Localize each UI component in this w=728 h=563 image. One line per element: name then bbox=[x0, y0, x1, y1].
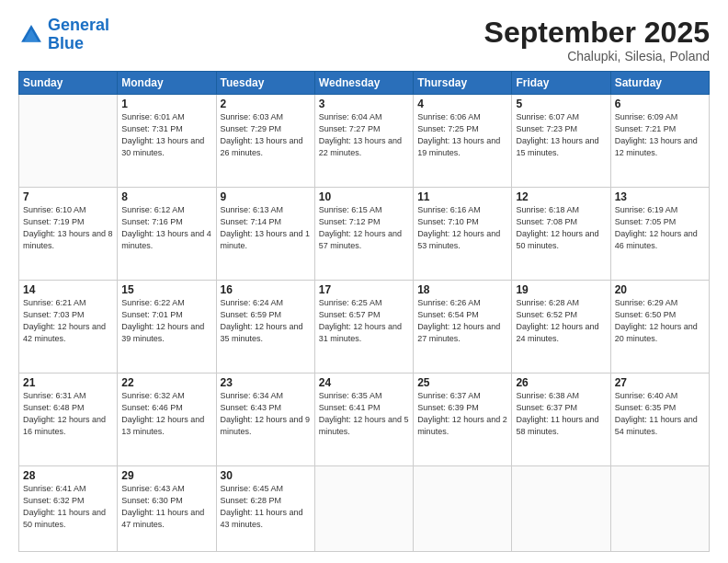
week-row-1: 1 Sunrise: 6:01 AMSunset: 7:31 PMDayligh… bbox=[19, 95, 710, 188]
calendar-cell bbox=[610, 466, 709, 552]
logo-text: General Blue bbox=[48, 17, 109, 53]
day-number: 25 bbox=[417, 376, 507, 389]
calendar-cell: 25 Sunrise: 6:37 AMSunset: 6:39 PMDaylig… bbox=[414, 373, 512, 466]
day-info: Sunrise: 6:41 AMSunset: 6:32 PMDaylight:… bbox=[23, 483, 113, 531]
day-number: 16 bbox=[221, 283, 311, 296]
day-info: Sunrise: 6:28 AMSunset: 6:52 PMDaylight:… bbox=[516, 297, 606, 345]
header-wednesday: Wednesday bbox=[314, 72, 413, 95]
day-number: 4 bbox=[417, 98, 507, 110]
location: Chalupki, Silesia, Poland bbox=[484, 49, 710, 63]
day-info: Sunrise: 6:09 AMSunset: 7:21 PMDaylight:… bbox=[615, 111, 705, 159]
day-number: 6 bbox=[615, 98, 705, 110]
day-number: 9 bbox=[221, 190, 311, 203]
day-info: Sunrise: 6:22 AMSunset: 7:01 PMDaylight:… bbox=[121, 297, 211, 345]
calendar-cell: 9 Sunrise: 6:13 AMSunset: 7:14 PMDayligh… bbox=[216, 188, 314, 281]
calendar-cell bbox=[512, 466, 610, 552]
calendar-cell: 19 Sunrise: 6:28 AMSunset: 6:52 PMDaylig… bbox=[512, 281, 610, 373]
day-number: 24 bbox=[319, 376, 409, 389]
day-info: Sunrise: 6:10 AMSunset: 7:19 PMDaylight:… bbox=[23, 204, 113, 252]
day-number: 11 bbox=[417, 190, 507, 203]
header-sunday: Sunday bbox=[19, 72, 118, 95]
day-info: Sunrise: 6:38 AMSunset: 6:37 PMDaylight:… bbox=[516, 390, 606, 438]
calendar-cell bbox=[19, 95, 118, 188]
calendar-cell: 3 Sunrise: 6:04 AMSunset: 7:27 PMDayligh… bbox=[314, 95, 413, 188]
day-number: 10 bbox=[319, 190, 409, 203]
day-info: Sunrise: 6:21 AMSunset: 7:03 PMDaylight:… bbox=[23, 297, 113, 345]
week-row-2: 7 Sunrise: 6:10 AMSunset: 7:19 PMDayligh… bbox=[19, 188, 710, 281]
calendar-cell: 15 Sunrise: 6:22 AMSunset: 7:01 PMDaylig… bbox=[118, 281, 216, 373]
day-number: 30 bbox=[221, 469, 311, 482]
day-number: 27 bbox=[615, 376, 705, 389]
calendar-cell: 27 Sunrise: 6:40 AMSunset: 6:35 PMDaylig… bbox=[610, 373, 709, 466]
day-number: 26 bbox=[516, 376, 606, 389]
header-friday: Friday bbox=[512, 72, 610, 95]
calendar-cell: 6 Sunrise: 6:09 AMSunset: 7:21 PMDayligh… bbox=[610, 95, 709, 188]
header-thursday: Thursday bbox=[414, 72, 512, 95]
logo: General Blue bbox=[18, 17, 109, 53]
day-info: Sunrise: 6:01 AMSunset: 7:31 PMDaylight:… bbox=[121, 111, 211, 159]
day-info: Sunrise: 6:16 AMSunset: 7:10 PMDaylight:… bbox=[417, 204, 507, 252]
header-tuesday: Tuesday bbox=[216, 72, 314, 95]
calendar-cell: 12 Sunrise: 6:18 AMSunset: 7:08 PMDaylig… bbox=[512, 188, 610, 281]
day-info: Sunrise: 6:26 AMSunset: 6:54 PMDaylight:… bbox=[417, 297, 507, 345]
day-number: 12 bbox=[516, 190, 606, 203]
calendar-cell bbox=[414, 466, 512, 552]
day-number: 13 bbox=[615, 190, 705, 203]
calendar-cell: 17 Sunrise: 6:25 AMSunset: 6:57 PMDaylig… bbox=[314, 281, 413, 373]
calendar-cell: 22 Sunrise: 6:32 AMSunset: 6:46 PMDaylig… bbox=[118, 373, 216, 466]
calendar-cell: 10 Sunrise: 6:15 AMSunset: 7:12 PMDaylig… bbox=[314, 188, 413, 281]
day-number: 19 bbox=[516, 283, 606, 296]
calendar-cell: 14 Sunrise: 6:21 AMSunset: 7:03 PMDaylig… bbox=[19, 281, 118, 373]
month-title: September 2025 bbox=[484, 17, 710, 49]
day-info: Sunrise: 6:40 AMSunset: 6:35 PMDaylight:… bbox=[615, 390, 705, 438]
day-number: 22 bbox=[121, 376, 211, 389]
day-info: Sunrise: 6:19 AMSunset: 7:05 PMDaylight:… bbox=[615, 204, 705, 252]
day-info: Sunrise: 6:12 AMSunset: 7:16 PMDaylight:… bbox=[121, 204, 211, 252]
calendar-cell: 7 Sunrise: 6:10 AMSunset: 7:19 PMDayligh… bbox=[19, 188, 118, 281]
header-monday: Monday bbox=[118, 72, 216, 95]
calendar-cell: 24 Sunrise: 6:35 AMSunset: 6:41 PMDaylig… bbox=[314, 373, 413, 466]
logo-icon bbox=[18, 22, 44, 48]
week-row-3: 14 Sunrise: 6:21 AMSunset: 7:03 PMDaylig… bbox=[19, 281, 710, 373]
day-number: 20 bbox=[615, 283, 705, 296]
title-area: September 2025 Chalupki, Silesia, Poland bbox=[484, 17, 710, 63]
day-number: 14 bbox=[23, 283, 113, 296]
calendar-cell: 2 Sunrise: 6:03 AMSunset: 7:29 PMDayligh… bbox=[216, 95, 314, 188]
day-info: Sunrise: 6:32 AMSunset: 6:46 PMDaylight:… bbox=[121, 390, 211, 438]
calendar-cell: 28 Sunrise: 6:41 AMSunset: 6:32 PMDaylig… bbox=[19, 466, 118, 552]
calendar-table: Sunday Monday Tuesday Wednesday Thursday… bbox=[18, 71, 710, 552]
page: General Blue September 2025 Chalupki, Si… bbox=[0, 0, 728, 563]
day-info: Sunrise: 6:24 AMSunset: 6:59 PMDaylight:… bbox=[221, 297, 311, 345]
calendar-cell: 8 Sunrise: 6:12 AMSunset: 7:16 PMDayligh… bbox=[118, 188, 216, 281]
calendar-cell: 20 Sunrise: 6:29 AMSunset: 6:50 PMDaylig… bbox=[610, 281, 709, 373]
day-info: Sunrise: 6:29 AMSunset: 6:50 PMDaylight:… bbox=[615, 297, 705, 345]
day-number: 18 bbox=[417, 283, 507, 296]
calendar-cell: 5 Sunrise: 6:07 AMSunset: 7:23 PMDayligh… bbox=[512, 95, 610, 188]
day-info: Sunrise: 6:13 AMSunset: 7:14 PMDaylight:… bbox=[221, 204, 311, 252]
day-number: 8 bbox=[121, 190, 211, 203]
header-saturday: Saturday bbox=[610, 72, 709, 95]
day-number: 15 bbox=[121, 283, 211, 296]
day-number: 23 bbox=[221, 376, 311, 389]
day-info: Sunrise: 6:18 AMSunset: 7:08 PMDaylight:… bbox=[516, 204, 606, 252]
day-info: Sunrise: 6:04 AMSunset: 7:27 PMDaylight:… bbox=[319, 111, 409, 159]
day-number: 7 bbox=[23, 190, 113, 203]
day-number: 2 bbox=[221, 98, 311, 110]
day-info: Sunrise: 6:07 AMSunset: 7:23 PMDaylight:… bbox=[516, 111, 606, 159]
day-number: 5 bbox=[516, 98, 606, 110]
day-info: Sunrise: 6:15 AMSunset: 7:12 PMDaylight:… bbox=[319, 204, 409, 252]
day-info: Sunrise: 6:34 AMSunset: 6:43 PMDaylight:… bbox=[221, 390, 311, 438]
calendar-cell: 11 Sunrise: 6:16 AMSunset: 7:10 PMDaylig… bbox=[414, 188, 512, 281]
day-info: Sunrise: 6:25 AMSunset: 6:57 PMDaylight:… bbox=[319, 297, 409, 345]
day-number: 29 bbox=[121, 469, 211, 482]
calendar-cell: 30 Sunrise: 6:45 AMSunset: 6:28 PMDaylig… bbox=[216, 466, 314, 552]
weekday-header-row: Sunday Monday Tuesday Wednesday Thursday… bbox=[19, 72, 710, 95]
day-info: Sunrise: 6:37 AMSunset: 6:39 PMDaylight:… bbox=[417, 390, 507, 438]
day-number: 28 bbox=[23, 469, 113, 482]
header: General Blue September 2025 Chalupki, Si… bbox=[18, 17, 710, 63]
calendar-cell: 29 Sunrise: 6:43 AMSunset: 6:30 PMDaylig… bbox=[118, 466, 216, 552]
calendar-cell: 26 Sunrise: 6:38 AMSunset: 6:37 PMDaylig… bbox=[512, 373, 610, 466]
day-number: 17 bbox=[319, 283, 409, 296]
day-info: Sunrise: 6:45 AMSunset: 6:28 PMDaylight:… bbox=[221, 483, 311, 531]
calendar-cell: 21 Sunrise: 6:31 AMSunset: 6:48 PMDaylig… bbox=[19, 373, 118, 466]
